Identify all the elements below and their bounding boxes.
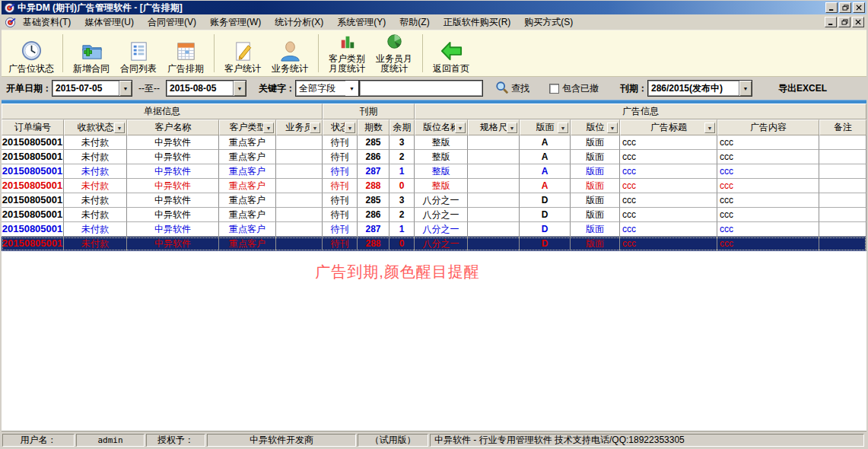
minimize-button[interactable]: [825, 2, 838, 13]
toolbar-button-back-home[interactable]: 返回首页: [428, 31, 475, 75]
chevron-down-icon[interactable]: [233, 81, 246, 96]
column-filter-arrow-icon[interactable]: [455, 123, 466, 133]
column-filter-arrow-icon[interactable]: [114, 123, 125, 133]
status-panel: 用户名：: [2, 434, 75, 447]
status-panel: admin: [76, 434, 145, 447]
toolbar-button-category-monthly[interactable]: 客户类别 月度统计: [323, 31, 370, 75]
toolbar-button-salesman-monthly[interactable]: 业务员月 度统计: [370, 31, 418, 75]
keyword-field-select[interactable]: 全部字段: [295, 80, 359, 97]
table-row[interactable]: 20150805001未付款中异软件重点客户待刊2853八分之一D版面ccccc…: [2, 193, 866, 208]
minimize-icon: [828, 5, 835, 11]
column-header[interactable]: 期数: [358, 119, 389, 135]
column-filter-arrow-icon[interactable]: [310, 123, 320, 133]
close-icon: [856, 5, 863, 11]
export-excel-button[interactable]: 导出EXCEL: [778, 82, 827, 95]
column-header[interactable]: 版位: [571, 119, 620, 135]
category-monthly-icon: [335, 30, 359, 54]
table-cell: 1: [389, 222, 415, 237]
column-header[interactable]: 状态: [323, 119, 358, 135]
column-filter-arrow-icon[interactable]: [607, 123, 618, 133]
menu-item[interactable]: 账务管理(W): [203, 14, 268, 30]
close-button[interactable]: [853, 2, 865, 13]
chevron-down-icon[interactable]: [119, 81, 132, 96]
toolbar-button-label: 业务员月 度统计: [376, 54, 412, 74]
mdi-close-button[interactable]: [852, 17, 864, 27]
column-header[interactable]: 客户名称: [127, 119, 219, 135]
mdi-minimize-button[interactable]: [825, 17, 837, 27]
column-header[interactable]: 收款状态: [64, 119, 127, 135]
mdi-restore-button[interactable]: [838, 17, 851, 27]
include-cancelled-group: 包含已撤: [549, 82, 599, 95]
column-header[interactable]: 广告内容: [717, 119, 819, 135]
table-cell: 20150805001: [2, 135, 64, 150]
table-row[interactable]: 20150805001未付款中异软件重点客户待刊2862整版A版面cccccc: [2, 150, 866, 164]
table-row[interactable]: 20150805001未付款中异软件重点客户待刊2862八分之一D版面ccccc…: [2, 208, 866, 222]
table-cell: 重点客户: [219, 222, 276, 237]
toolbar-button-new-contract[interactable]: 新增合同: [68, 31, 115, 75]
menu-item[interactable]: 正版软件购买(R): [437, 14, 518, 30]
table-cell: 整版: [415, 135, 468, 150]
column-header[interactable]: 客户类型: [219, 119, 276, 135]
filter-bar: 开单日期： 2015-07-05 --至-- 2015-08-05 关键字： 全…: [2, 77, 866, 100]
column-header[interactable]: 订单编号: [2, 119, 64, 135]
column-filter-arrow-icon[interactable]: [704, 123, 715, 133]
date-to-select[interactable]: 2015-08-05: [166, 80, 246, 97]
table-cell: 中异软件: [127, 150, 219, 164]
search-button[interactable]: 查找: [495, 81, 529, 97]
table-cell: 重点客户: [219, 164, 276, 179]
column-filter-arrow-icon[interactable]: [345, 123, 355, 133]
menu-item[interactable]: 购买方式(S): [517, 14, 580, 30]
table-cell: 版面: [571, 179, 620, 193]
column-filter-arrow-icon[interactable]: [507, 123, 517, 133]
table-cell: 待刊: [323, 135, 358, 150]
table-cell: 中异软件: [127, 193, 219, 208]
column-header[interactable]: 备注: [819, 119, 866, 135]
table-cell: 版面: [571, 193, 620, 208]
column-header[interactable]: 版位名称: [415, 119, 468, 135]
table-cell: 中异软件: [127, 222, 219, 237]
column-header[interactable]: 业务员: [276, 119, 323, 135]
table-cell: 八分之一: [415, 222, 468, 237]
column-filter-arrow-icon[interactable]: [558, 123, 568, 133]
toolbar: 广告位状态新增合同合同列表广告排期客户统计业务统计客户类别 月度统计业务员月 度…: [2, 30, 866, 77]
menu-item[interactable]: 基础资料(T): [16, 14, 78, 30]
table-cell: 未付款: [64, 135, 127, 150]
toolbar-button-contract-list[interactable]: 合同列表: [115, 31, 162, 75]
menu-item[interactable]: 合同管理(V): [141, 14, 203, 30]
table-cell: ccc: [620, 164, 717, 179]
chevron-down-icon[interactable]: [345, 81, 358, 96]
table-cell: 中异软件: [127, 208, 219, 222]
table-row[interactable]: 20150805001未付款中异软件重点客户待刊2853整版A版面cccccc: [2, 135, 866, 150]
column-header[interactable]: 规格尺: [468, 119, 520, 135]
table-cell: 版面: [571, 222, 620, 237]
table-row[interactable]: 20150805001未付款中异软件重点客户待刊2880八分之一D版面ccccc…: [2, 237, 866, 251]
toolbar-button-business-stats[interactable]: 业务统计: [266, 31, 313, 75]
toolbar-button-ad-schedule[interactable]: 广告排期: [162, 31, 209, 75]
table-cell: 2: [389, 208, 415, 222]
menu-item[interactable]: 统计分析(X): [268, 14, 330, 30]
column-header[interactable]: 版面: [520, 119, 571, 135]
include-cancelled-checkbox[interactable]: [549, 84, 559, 94]
keyword-input[interactable]: [359, 80, 483, 97]
menu-item[interactable]: 系统管理(Y): [330, 14, 393, 30]
chevron-down-icon[interactable]: [739, 81, 752, 96]
table-cell: D: [520, 193, 571, 208]
table-row[interactable]: 20150805001未付款中异软件重点客户待刊2880整版A版面cccccc: [2, 179, 866, 193]
table-cell: [468, 193, 520, 208]
column-filter-arrow-icon[interactable]: [263, 123, 274, 133]
menu-item[interactable]: 帮助(Z): [393, 14, 436, 30]
column-header[interactable]: 广告标题: [620, 119, 717, 135]
date-from-select[interactable]: 2015-07-05: [52, 80, 132, 97]
table-cell: [276, 150, 323, 164]
restore-button[interactable]: [839, 2, 851, 13]
table-cell: 重点客户: [219, 150, 276, 164]
toolbar-button-customer-stats[interactable]: 客户统计: [219, 31, 266, 75]
table-cell: ccc: [717, 150, 819, 164]
table-row[interactable]: 20150805001未付款中异软件重点客户待刊2871八分之一D版面ccccc…: [2, 222, 866, 237]
toolbar-button-clock[interactable]: 广告位状态: [5, 31, 58, 75]
table-cell: [276, 179, 323, 193]
column-header[interactable]: 余期: [389, 119, 415, 135]
table-row[interactable]: 20150805001未付款中异软件重点客户待刊2871整版A版面cccccc: [2, 164, 866, 179]
issue-select[interactable]: 286/2015(发布中): [647, 80, 752, 97]
menu-item[interactable]: 媒体管理(U): [78, 14, 141, 30]
